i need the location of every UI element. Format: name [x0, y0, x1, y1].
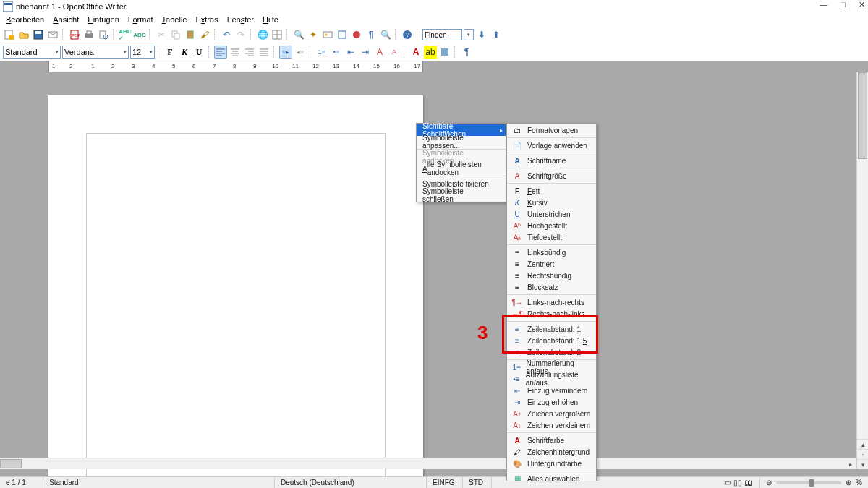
search-up-icon[interactable]: ⬆: [490, 28, 503, 41]
brush-icon[interactable]: 🖌: [198, 28, 211, 41]
vertical-scrollbar[interactable]: ▴◦▾: [856, 72, 868, 469]
align-justify-button[interactable]: [258, 46, 271, 59]
sm-indent-inc[interactable]: ⇥Einzug erhöhen: [507, 396, 596, 408]
gallery-icon[interactable]: [321, 28, 334, 41]
ctx-dock-all[interactable]: Alle Symbolleisten andocken: [417, 163, 506, 174]
search-down-icon[interactable]: ⬇: [475, 28, 488, 41]
font-color-button[interactable]: A: [409, 46, 422, 59]
find-icon[interactable]: 🔍: [292, 28, 305, 41]
numbering-button[interactable]: 1≡: [315, 46, 328, 59]
menu-ansicht[interactable]: Ansicht: [48, 14, 83, 25]
redo-icon[interactable]: ↷: [234, 28, 247, 41]
ltr-button[interactable]: ≡▸: [279, 46, 292, 59]
sm-ltr[interactable]: ¶→Links-nach-rechts: [507, 296, 596, 308]
indent-dec-button[interactable]: ⇤: [344, 46, 357, 59]
sm-bullets[interactable]: •≡Aufzählungsliste an/aus: [507, 373, 596, 385]
open-icon[interactable]: [17, 28, 30, 41]
bold-button[interactable]: F: [163, 46, 176, 59]
horizontal-ruler[interactable]: 1 2 1 2 3 4 5 6 7 8 9 10 11 12 13 14 15 …: [48, 61, 423, 72]
shrink-font-button[interactable]: A: [388, 46, 401, 59]
sm-selectall[interactable]: ▦Alles auswählen: [507, 473, 596, 481]
italic-button[interactable]: K: [178, 46, 191, 59]
para-button[interactable]: ¶: [460, 46, 473, 59]
paste-icon[interactable]: [184, 28, 197, 41]
menu-hilfe[interactable]: Hilfe: [258, 14, 283, 25]
sm-linksb[interactable]: ≡Linksbündig: [507, 247, 596, 258]
status-view-icons[interactable]: ▭▯▯🕮: [717, 477, 760, 488]
search-dropdown[interactable]: ▾: [464, 29, 474, 40]
align-left-button[interactable]: [214, 46, 227, 59]
menu-format[interactable]: Format: [124, 14, 158, 25]
sm-linespacing-2[interactable]: ≡Zeilenabstand: 2: [507, 346, 596, 358]
sm-fontcolor[interactable]: ASchriftfarbe: [507, 435, 596, 446]
sm-grow[interactable]: A↑Zeichen vergrößern: [507, 408, 596, 419]
align-right-button[interactable]: [243, 46, 256, 59]
link-icon[interactable]: 🌐: [256, 28, 269, 41]
sm-linespacing-15[interactable]: ≡Zeilenabstand: 1,5: [507, 335, 596, 346]
status-zoom[interactable]: ⊖⊕ %: [760, 477, 868, 488]
menu-bearbeiten[interactable]: Bearbeiten: [1, 14, 48, 25]
menu-fenster[interactable]: Fenster: [223, 14, 258, 25]
search-input[interactable]: [422, 29, 462, 40]
sm-blocksatz[interactable]: ≡Blocksatz: [507, 281, 596, 293]
ctx-customize[interactable]: Symbolleiste anpassen...: [417, 136, 506, 147]
sm-vorlage-anwenden[interactable]: 📄Vorlage anwenden: [507, 140, 596, 151]
print-icon[interactable]: [82, 28, 95, 41]
spellcheck-icon[interactable]: ABC✓: [119, 28, 132, 41]
pdf-icon[interactable]: PDF: [68, 28, 81, 41]
font-combo[interactable]: Verdana▾: [62, 46, 129, 59]
help-icon[interactable]: ?: [401, 28, 414, 41]
sm-schriftgroesse[interactable]: ASchriftgröße: [507, 170, 596, 181]
indent-inc-button[interactable]: ⇥: [359, 46, 372, 59]
sm-kursiv[interactable]: KKursiv: [507, 197, 596, 208]
sm-rtl[interactable]: ←¶Rechts-nach-links: [507, 308, 596, 320]
table-icon[interactable]: [271, 28, 284, 41]
menu-einfuegen[interactable]: Einfügen: [83, 14, 123, 25]
rtl-button[interactable]: ◂≡: [294, 46, 307, 59]
text-area[interactable]: [86, 133, 386, 481]
sm-fett[interactable]: FFett: [507, 185, 596, 197]
sm-schriftname[interactable]: ASchriftname: [507, 155, 596, 166]
mail-icon[interactable]: [46, 28, 59, 41]
highlight-button[interactable]: ab: [424, 46, 437, 59]
autospell-icon[interactable]: ABC: [133, 28, 146, 41]
size-combo[interactable]: 12▾: [130, 46, 155, 59]
sm-highlight[interactable]: 🖍Zeichenhintergrund: [507, 446, 596, 458]
status-insert[interactable]: EINFG: [427, 477, 463, 488]
menu-extras[interactable]: Extras: [191, 14, 222, 25]
zoom-icon[interactable]: 🔍: [379, 28, 392, 41]
sm-shrink[interactable]: A↓Zeichen verkleinern: [507, 419, 596, 431]
undo-icon[interactable]: ↶: [220, 28, 233, 41]
save-icon[interactable]: [32, 28, 45, 41]
sm-tiefgestellt[interactable]: AᵦTiefgestellt: [507, 231, 596, 243]
bullets-button[interactable]: •≡: [330, 46, 343, 59]
align-center-button[interactable]: [229, 46, 242, 59]
nav-icon[interactable]: ✦: [307, 28, 320, 41]
source-icon[interactable]: [336, 28, 349, 41]
bgcolor-button[interactable]: [438, 46, 451, 59]
sm-linespacing-1[interactable]: ≡Zeilenabstand: 1: [507, 323, 596, 335]
ctx-close[interactable]: Symbolleiste schließen: [417, 189, 506, 201]
new-icon[interactable]: [3, 28, 16, 41]
cut-icon[interactable]: ✂: [155, 28, 168, 41]
record-icon[interactable]: [350, 28, 363, 41]
sm-formatvorlagen[interactable]: 🗂Formatvorlagen: [507, 124, 596, 136]
sm-rechtsb[interactable]: ≡Rechtsbündig: [507, 270, 596, 281]
status-std[interactable]: STD: [463, 477, 492, 488]
grow-font-button[interactable]: A: [373, 46, 386, 59]
nonprint-icon[interactable]: ¶: [365, 28, 378, 41]
horizontal-scrollbar[interactable]: ▸: [0, 458, 856, 469]
copy-icon[interactable]: [169, 28, 182, 41]
underline-button[interactable]: U: [192, 46, 205, 59]
minimize-button[interactable]: ―: [820, 0, 827, 9]
maximize-button[interactable]: □: [841, 0, 846, 9]
sm-bgcolor[interactable]: 🎨Hintergrundfarbe: [507, 458, 596, 469]
sm-unterstrichen[interactable]: UUnterstrichen: [507, 208, 596, 220]
sm-hochgestellt[interactable]: AᵇHochgestellt: [507, 220, 596, 231]
close-button[interactable]: ✕: [859, 0, 865, 9]
preview-icon[interactable]: [97, 28, 110, 41]
menu-tabelle[interactable]: Tabelle: [158, 14, 192, 25]
style-combo[interactable]: Standard▾: [3, 46, 61, 59]
status-language[interactable]: Deutsch (Deutschland): [275, 477, 427, 488]
sm-indent-dec[interactable]: ⇤Einzug vermindern: [507, 385, 596, 396]
